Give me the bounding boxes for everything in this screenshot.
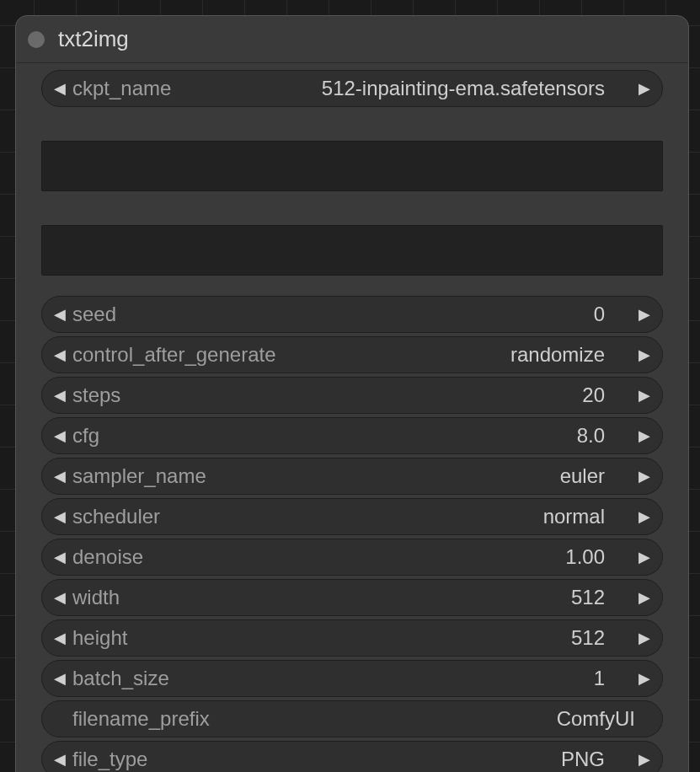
arrow-right-icon[interactable]: ▶	[633, 467, 655, 485]
widget-value[interactable]: 20	[582, 383, 608, 407]
widget-steps[interactable]: ◀ steps 20 ▶	[41, 377, 663, 414]
widget-label: control_after_generate	[71, 343, 276, 367]
widget-value[interactable]: 512	[571, 626, 608, 650]
arrow-right-icon[interactable]: ▶	[633, 750, 655, 769]
arrow-left-icon[interactable]: ◀	[49, 386, 71, 405]
widget-scheduler[interactable]: ◀ scheduler normal ▶	[41, 498, 663, 535]
arrow-left-icon[interactable]: ◀	[49, 467, 71, 485]
arrow-right-icon[interactable]: ▶	[633, 669, 655, 688]
widget-label: cfg	[71, 424, 99, 448]
widget-width[interactable]: ◀ width 512 ▶	[41, 579, 663, 616]
widget-file-type[interactable]: ◀ file_type PNG ▶	[41, 741, 663, 772]
widget-sampler-name[interactable]: ◀ sampler_name euler ▶	[41, 458, 663, 495]
widget-value[interactable]: PNG	[561, 748, 608, 771]
arrow-left-icon[interactable]: ◀	[49, 305, 71, 324]
widget-label: filename_prefix	[71, 707, 210, 731]
widget-denoise[interactable]: ◀ denoise 1.00 ▶	[41, 539, 663, 576]
widget-batch-size[interactable]: ◀ batch_size 1 ▶	[41, 660, 663, 697]
arrow-right-icon[interactable]: ▶	[633, 426, 655, 445]
widget-label: width	[71, 586, 120, 609]
widget-value[interactable]: 1.00	[565, 545, 608, 569]
widget-cfg[interactable]: ◀ cfg 8.0 ▶	[41, 417, 663, 454]
arrow-right-icon[interactable]: ▶	[633, 386, 655, 405]
widget-value[interactable]: 1	[594, 667, 608, 690]
widget-label: denoise	[71, 545, 143, 569]
node-header[interactable]: txt2img	[16, 16, 688, 63]
arrow-right-icon[interactable]: ▶	[633, 346, 655, 364]
widget-filename-prefix[interactable]: filename_prefix ComfyUI	[41, 700, 663, 737]
widget-value[interactable]: 0	[594, 303, 608, 326]
widget-label: seed	[71, 303, 116, 326]
widget-label: steps	[71, 383, 120, 407]
collapse-dot-icon[interactable]	[28, 31, 45, 48]
node-body: ◀ ckpt_name 512-inpainting-ema.safetenso…	[16, 70, 688, 772]
widget-value[interactable]: ComfyUI	[557, 707, 639, 731]
arrow-left-icon[interactable]: ◀	[49, 346, 71, 364]
widget-seed[interactable]: ◀ seed 0 ▶	[41, 296, 663, 333]
widget-label: height	[71, 626, 127, 650]
arrow-left-icon[interactable]: ◀	[49, 79, 71, 98]
widget-value[interactable]: randomize	[510, 343, 608, 367]
arrow-right-icon[interactable]: ▶	[633, 588, 655, 607]
arrow-left-icon[interactable]: ◀	[49, 548, 71, 566]
widget-label: sampler_name	[71, 464, 206, 488]
widget-value[interactable]: 8.0	[577, 424, 608, 448]
widget-value[interactable]: 512	[571, 586, 608, 609]
widget-value[interactable]: normal	[543, 505, 608, 528]
widget-ckpt-name[interactable]: ◀ ckpt_name 512-inpainting-ema.safetenso…	[41, 70, 663, 107]
negative-prompt-input[interactable]	[41, 225, 663, 276]
arrow-left-icon[interactable]: ◀	[49, 507, 71, 526]
arrow-right-icon[interactable]: ▶	[633, 305, 655, 324]
arrow-right-icon[interactable]: ▶	[633, 629, 655, 647]
widget-control-after-generate[interactable]: ◀ control_after_generate randomize ▶	[41, 336, 663, 373]
arrow-right-icon[interactable]: ▶	[633, 548, 655, 566]
widget-value[interactable]: euler	[560, 464, 608, 488]
arrow-right-icon[interactable]: ▶	[633, 507, 655, 526]
widget-label: file_type	[71, 748, 147, 771]
arrow-left-icon[interactable]: ◀	[49, 629, 71, 647]
widget-value[interactable]: 512-inpainting-ema.safetensors	[322, 77, 608, 100]
widget-height[interactable]: ◀ height 512 ▶	[41, 619, 663, 657]
widget-label: scheduler	[71, 505, 160, 528]
arrow-left-icon[interactable]: ◀	[49, 588, 71, 607]
node-title: txt2img	[58, 26, 129, 52]
positive-prompt-input[interactable]	[41, 141, 663, 191]
widget-label: batch_size	[71, 667, 169, 690]
node-txt2img[interactable]: txt2img ◀ ckpt_name 512-inpainting-ema.s…	[15, 15, 689, 772]
arrow-right-icon[interactable]: ▶	[633, 79, 655, 98]
arrow-left-icon[interactable]: ◀	[49, 750, 71, 769]
widget-label: ckpt_name	[71, 77, 171, 100]
arrow-left-icon[interactable]: ◀	[49, 669, 71, 688]
arrow-left-icon[interactable]: ◀	[49, 426, 71, 445]
